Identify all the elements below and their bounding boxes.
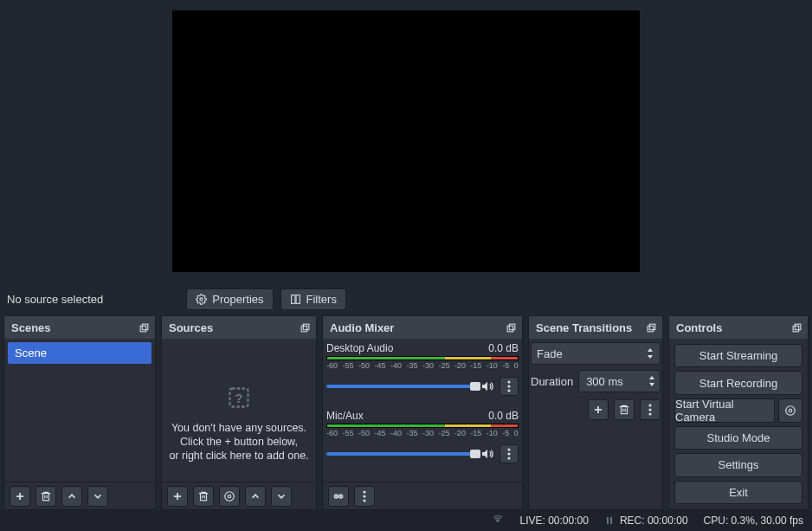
- scenes-title: Scenes: [11, 321, 51, 334]
- svg-marker-38: [648, 348, 653, 352]
- transition-properties-button[interactable]: [640, 399, 661, 420]
- add-transition-button[interactable]: [588, 399, 609, 420]
- spin-arrows-icon: [646, 346, 654, 360]
- mixer-channel: Desktop Audio 0.0 dB -60-55-50-45-40-35-…: [326, 342, 519, 396]
- advanced-audio-button[interactable]: [328, 486, 349, 507]
- mixer-channel: Mic/Aux 0.0 dB -60-55-50-45-40-35-30-25-…: [326, 410, 519, 463]
- svg-rect-10: [301, 326, 307, 332]
- filters-button[interactable]: Filters: [280, 288, 346, 310]
- popout-icon[interactable]: [506, 322, 517, 333]
- mixer-channel-menu-button[interactable]: [499, 444, 519, 463]
- sources-empty-line3: or right click here to add one.: [169, 450, 308, 462]
- virtual-camera-settings-button[interactable]: [778, 398, 802, 423]
- status-rec: REC: 00:00:00: [604, 515, 688, 527]
- controls-header[interactable]: Controls: [669, 316, 808, 339]
- source-down-button[interactable]: [271, 486, 292, 507]
- svg-rect-7: [43, 493, 49, 500]
- svg-rect-36: [648, 326, 654, 332]
- mixer-channel-level: 0.0 dB: [488, 410, 519, 422]
- add-source-button[interactable]: [167, 486, 188, 507]
- properties-button-label: Properties: [212, 293, 263, 306]
- popout-icon[interactable]: [139, 322, 150, 333]
- sources-dock: Sources ? You don't have any sources. Cl…: [161, 315, 317, 510]
- mixer-channel-name: Mic/Aux: [326, 410, 364, 422]
- duration-spinbox[interactable]: 300 ms: [578, 370, 661, 392]
- svg-point-31: [336, 495, 337, 496]
- source-properties-button[interactable]: [219, 486, 240, 507]
- sources-empty-line1: You don't have any sources.: [171, 422, 306, 434]
- mixer-channel-menu-button[interactable]: [499, 377, 519, 396]
- popout-icon[interactable]: [791, 322, 802, 333]
- studio-mode-button[interactable]: Studio Mode: [674, 426, 802, 450]
- gear-icon: [784, 405, 796, 417]
- sources-empty-line2: Click the + button below,: [180, 436, 298, 448]
- svg-marker-39: [648, 355, 653, 359]
- svg-point-20: [225, 491, 235, 501]
- mixer-channel-name: Desktop Audio: [326, 342, 393, 354]
- svg-rect-56: [610, 517, 612, 524]
- transitions-body: Fade Duration 300 ms: [529, 339, 662, 509]
- status-live: LIVE: 00:00:00: [519, 515, 588, 527]
- duration-label: Duration: [531, 375, 573, 388]
- svg-point-49: [648, 412, 651, 415]
- mixer-menu-button[interactable]: [354, 486, 375, 507]
- svg-text:?: ?: [235, 390, 242, 405]
- svg-rect-16: [201, 493, 207, 500]
- scenes-header[interactable]: Scenes: [4, 316, 155, 339]
- sources-header[interactable]: Sources: [162, 316, 316, 339]
- scene-up-button[interactable]: [61, 486, 82, 507]
- svg-point-53: [786, 406, 796, 416]
- start-recording-button[interactable]: Start Recording: [674, 371, 802, 394]
- slider-thumb[interactable]: [470, 450, 480, 458]
- popout-icon[interactable]: [646, 322, 657, 333]
- start-virtual-camera-button[interactable]: Start Virtual Camera: [674, 398, 775, 423]
- program-preview[interactable]: [172, 10, 640, 272]
- exit-button[interactable]: Exit: [674, 481, 802, 504]
- scenes-list[interactable]: Scene: [4, 339, 155, 482]
- spin-arrows-icon: [648, 374, 656, 388]
- controls-body: Start Streaming Start Recording Start Vi…: [669, 339, 808, 509]
- svg-rect-2: [296, 295, 300, 303]
- sources-empty-placeholder: ? You don't have any sources. Click the …: [165, 342, 313, 478]
- svg-point-27: [507, 452, 510, 455]
- source-up-button[interactable]: [245, 486, 266, 507]
- settings-button[interactable]: Settings: [674, 453, 802, 476]
- svg-rect-50: [793, 326, 799, 332]
- remove-transition-button[interactable]: [614, 399, 635, 420]
- properties-button[interactable]: Properties: [186, 288, 273, 310]
- sources-list[interactable]: ? You don't have any sources. Click the …: [162, 339, 316, 482]
- slider-thumb[interactable]: [470, 382, 480, 391]
- meter-ticks: -60-55-50-45-40-35-30-25-20-15-10-50: [326, 361, 519, 370]
- scene-item[interactable]: Scene: [8, 342, 151, 364]
- transitions-header[interactable]: Scene Transitions: [529, 316, 662, 339]
- mixer-channel-level: 0.0 dB: [488, 342, 519, 354]
- transition-select[interactable]: Fade: [531, 342, 661, 365]
- svg-point-19: [228, 495, 231, 498]
- svg-rect-51: [795, 324, 801, 330]
- preview-area: [0, 0, 812, 282]
- speaker-icon[interactable]: [480, 447, 494, 461]
- remove-source-button[interactable]: [193, 486, 214, 507]
- remove-scene-button[interactable]: [35, 486, 56, 507]
- svg-point-34: [363, 495, 365, 497]
- gear-icon: [196, 294, 207, 305]
- volume-slider[interactable]: [326, 452, 475, 456]
- start-streaming-button[interactable]: Start Streaming: [674, 344, 802, 367]
- popout-icon[interactable]: [300, 322, 311, 333]
- svg-marker-41: [649, 383, 654, 386]
- sources-toolbar: [162, 482, 316, 509]
- volume-slider[interactable]: [326, 385, 475, 388]
- add-scene-button[interactable]: [10, 486, 30, 507]
- controls-dock: Controls Start Streaming Start Recording…: [668, 315, 809, 510]
- context-toolbar: No source selected Properties Filters: [0, 282, 812, 315]
- audio-meter: [326, 424, 519, 428]
- mixer-header[interactable]: Audio Mixer: [323, 316, 522, 339]
- question-mark-icon: ?: [227, 385, 251, 410]
- svg-point-28: [507, 457, 510, 459]
- no-source-selected-label: No source selected: [7, 293, 103, 306]
- speaker-icon[interactable]: [480, 379, 494, 393]
- status-bar: LIVE: 00:00:00 REC: 00:00:00 CPU: 0.3%, …: [0, 510, 812, 531]
- scene-down-button[interactable]: [87, 486, 108, 507]
- sources-title: Sources: [169, 321, 213, 334]
- transitions-dock: Scene Transitions Fade Duration 300 ms: [528, 315, 663, 510]
